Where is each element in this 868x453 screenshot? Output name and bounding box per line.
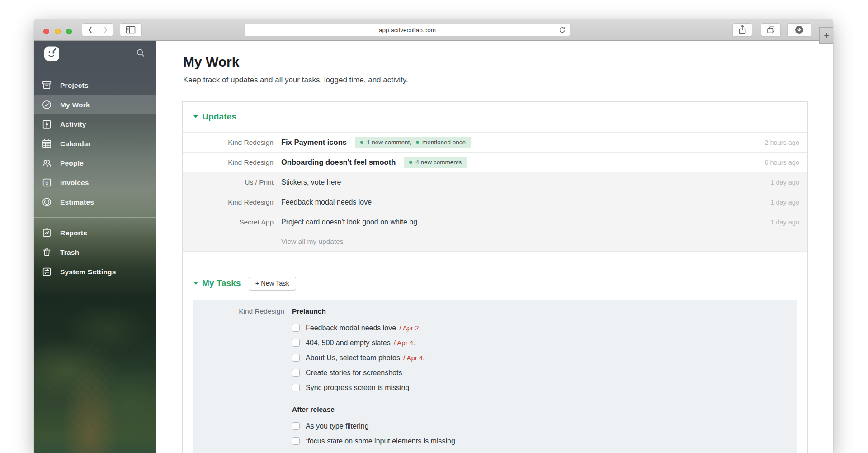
task-group-name: Prelaunch [292, 307, 797, 316]
task-checkbox[interactable] [292, 422, 300, 430]
zoom-window-button[interactable] [66, 29, 72, 34]
task-group-name: After release [292, 405, 797, 414]
sidebar-toggle-button[interactable] [120, 23, 142, 37]
badge-text: 4 new comments [415, 159, 462, 166]
sidebar-item-people[interactable]: People [34, 153, 156, 173]
update-timestamp: 6 hours ago [731, 159, 799, 166]
sidebar-item-reports[interactable]: Reports [34, 223, 156, 243]
task-row: :focus state on some input elements is m… [292, 434, 797, 448]
update-project: Kind Redesign [183, 158, 274, 167]
sidebar-toggle-icon [125, 24, 137, 35]
task-title[interactable]: About Us, select team photos [306, 354, 400, 362]
update-row[interactable]: Secret App Project card doesn't look goo… [183, 212, 807, 232]
collapse-triangle-icon[interactable] [193, 282, 198, 285]
tab-overview-icon [765, 24, 776, 35]
svg-text:$: $ [45, 180, 48, 186]
sidebar-nav-secondary: Reports Trash System Settings [34, 223, 156, 281]
share-icon [737, 24, 747, 35]
search-icon[interactable] [135, 48, 146, 60]
sidebar-item-trash[interactable]: Trash [34, 243, 156, 262]
sidebar-item-projects[interactable]: Projects [34, 76, 156, 95]
my-tasks-header: My Tasks + New Task [193, 276, 797, 291]
task-title[interactable]: 404, 500 and empty slates [306, 339, 391, 347]
sidebar-item-my-work[interactable]: My Work [34, 95, 156, 114]
trash-icon [41, 247, 52, 258]
task-checkbox[interactable] [292, 339, 300, 347]
task-list-prelaunch: Feedback modal needs love / Apr 2. 404, … [193, 320, 797, 395]
calendar-icon [41, 138, 52, 150]
sidebar-item-estimates[interactable]: Estimates [34, 192, 156, 212]
view-all-updates-link[interactable]: View all my updates [281, 238, 344, 246]
sidebar-item-label: Reports [60, 229, 87, 237]
sidebar-item-label: Invoices [60, 179, 89, 187]
update-timestamp: 1 day ago [731, 179, 799, 186]
task-checkbox[interactable] [292, 324, 300, 332]
sidebar-item-activity[interactable]: Activity [34, 114, 156, 134]
update-title: Project card doesn't look good on white … [281, 218, 417, 226]
task-checkbox[interactable] [292, 384, 300, 391]
address-bar[interactable]: app.activecollab.com [244, 24, 571, 36]
sidebar-item-label: System Settings [60, 268, 116, 276]
downloads-button[interactable] [787, 23, 811, 37]
minimize-window-button[interactable] [55, 29, 61, 34]
update-timestamp: 1 day ago [731, 199, 799, 206]
back-icon [85, 25, 95, 35]
badge-dot-icon [409, 161, 412, 164]
sidebar-item-label: Estimates [60, 198, 94, 206]
task-checkbox[interactable] [292, 354, 300, 362]
sidebar: Projects My Work Activity Calendar Peopl… [34, 41, 156, 453]
updates-section-toggle[interactable]: Updates [193, 111, 797, 122]
invoices-icon: $ [41, 177, 52, 189]
activity-icon [41, 119, 52, 130]
update-row[interactable]: Kind Redesign Feedback modal needs love … [183, 192, 807, 212]
badge-dot-icon [360, 141, 363, 144]
my-tasks-section-title[interactable]: My Tasks [202, 278, 241, 288]
sidebar-item-calendar[interactable]: Calendar [34, 134, 156, 153]
sidebar-item-system-settings[interactable]: System Settings [34, 262, 156, 281]
task-row: As you type filtering [292, 419, 797, 434]
close-window-button[interactable] [43, 29, 49, 34]
task-project-label: Kind Redesign [193, 307, 284, 316]
tasks-panel: Kind Redesign Prelaunch Feedback modal n… [193, 300, 797, 453]
forward-button[interactable] [98, 23, 113, 37]
sidebar-nav-primary: Projects My Work Activity Calendar Peopl… [34, 76, 156, 212]
sidebar-item-label: Projects [60, 81, 89, 90]
sidebar-header [34, 41, 156, 67]
reload-icon[interactable] [558, 26, 566, 35]
tab-overview-button[interactable] [761, 23, 781, 37]
task-checkbox[interactable] [292, 369, 300, 377]
update-project: Us / Print [183, 178, 274, 186]
task-row: 404, 500 and empty slates / Apr 4. [292, 335, 797, 350]
downloads-icon [794, 24, 805, 35]
task-title[interactable]: Feedback modal needs love [306, 324, 396, 332]
estimates-icon [41, 196, 52, 208]
task-row: Create stories for screenshots [292, 365, 797, 380]
task-title[interactable]: Sync progress screen is missing [306, 384, 409, 392]
new-tab-button[interactable]: + [819, 27, 833, 44]
collapse-triangle-icon [193, 115, 198, 118]
view-all-updates-row[interactable]: View all my updates [183, 232, 807, 252]
task-row: Sync progress screen is missing [292, 380, 797, 395]
share-button[interactable] [732, 23, 752, 37]
sidebar-item-label: Calendar [60, 140, 91, 148]
update-row[interactable]: Us / Print Stickers, vote here 1 day ago [183, 172, 807, 192]
task-checkbox[interactable] [292, 437, 300, 445]
badge-dot-icon [416, 141, 419, 144]
sidebar-item-invoices[interactable]: $ Invoices [34, 173, 156, 192]
update-row[interactable]: Kind Redesign Onboarding doesn't feel sm… [183, 152, 807, 172]
badge-text: mentioned once [422, 139, 466, 146]
browser-toolbar: app.activecollab.com + [34, 19, 833, 41]
update-badge: 1 new comment, mentioned once [355, 137, 471, 148]
task-row: Feedback modal needs love / Apr 2. [292, 320, 797, 335]
update-timestamp: 2 hours ago [731, 139, 799, 146]
update-row[interactable]: Kind Redesign Fix Payment icons 1 new co… [183, 132, 807, 152]
update-title: Fix Payment icons [281, 138, 347, 147]
task-title[interactable]: :focus state on some input elements is m… [306, 437, 455, 445]
update-project: Kind Redesign [183, 198, 274, 206]
my-work-icon [41, 99, 52, 111]
back-button[interactable] [82, 23, 99, 37]
task-title[interactable]: As you type filtering [306, 422, 369, 430]
task-title[interactable]: Create stories for screenshots [306, 369, 402, 377]
sidebar-divider [34, 217, 156, 218]
new-task-button[interactable]: + New Task [249, 277, 296, 291]
